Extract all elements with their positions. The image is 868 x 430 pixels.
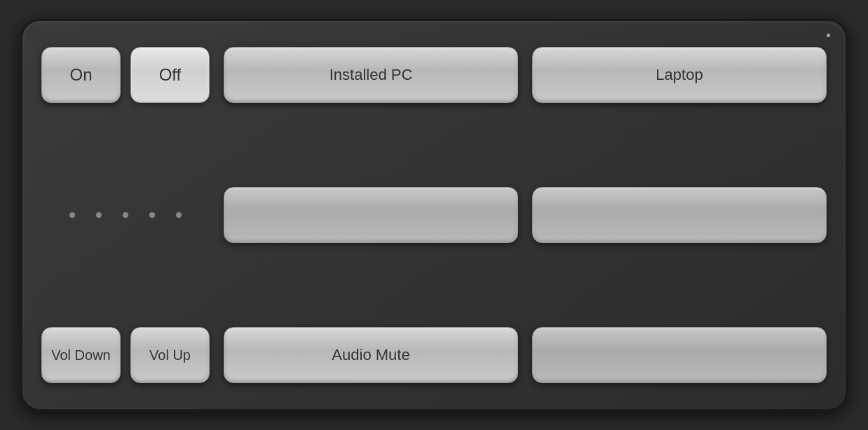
dots-row: [41, 212, 210, 218]
on-button[interactable]: On: [41, 47, 121, 103]
indicator-dot-4: [149, 212, 155, 218]
vol-up-button[interactable]: Vol Up: [130, 327, 210, 383]
right-column: Laptop: [532, 40, 827, 390]
indicator-dot-3: [123, 212, 128, 218]
status-indicator: [827, 34, 830, 37]
panel-inner: On Off Vol Down Vol Up Installed PC Audi…: [41, 40, 827, 390]
power-row: On Off: [41, 47, 210, 103]
av-control-panel: On Off Vol Down Vol Up Installed PC Audi…: [20, 19, 848, 411]
empty-button-3[interactable]: [532, 327, 827, 383]
indicator-dot-2: [96, 212, 102, 218]
audio-mute-button[interactable]: Audio Mute: [224, 327, 518, 383]
left-column: On Off Vol Down Vol Up: [41, 40, 210, 390]
indicator-dot-1: [69, 212, 75, 218]
vol-down-button[interactable]: Vol Down: [41, 327, 121, 383]
laptop-button[interactable]: Laptop: [532, 47, 827, 103]
off-button[interactable]: Off: [130, 47, 210, 103]
empty-button-1[interactable]: [224, 187, 518, 243]
volume-row: Vol Down Vol Up: [41, 327, 210, 383]
indicator-dot-5: [176, 212, 182, 218]
installed-pc-button[interactable]: Installed PC: [224, 47, 518, 103]
middle-column: Installed PC Audio Mute: [224, 40, 518, 390]
empty-button-2[interactable]: [532, 187, 827, 243]
